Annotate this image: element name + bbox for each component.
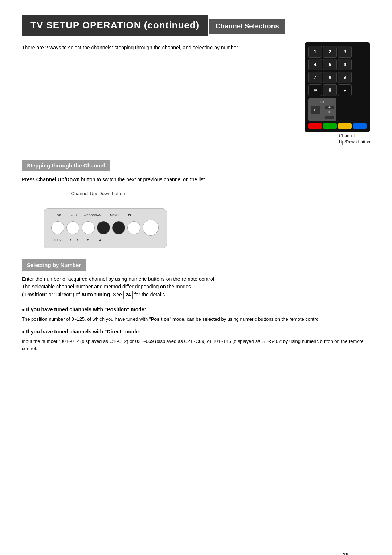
- channel-annotation: ChannelUp/Down button: [327, 133, 370, 145]
- channel-selections-header: Channel Selections: [209, 19, 285, 34]
- selecting-body-3: ("Position" or "Direct") of Auto-tuning.…: [22, 291, 370, 299]
- page-title: TV SETUP OPERATION (continued): [22, 15, 208, 36]
- menu-button[interactable]: [127, 221, 140, 234]
- power-button[interactable]: [143, 220, 159, 236]
- intro-text: There are 2 ways to select the channels:…: [22, 44, 290, 52]
- remote-numpad: 1 2 3 4 5 6 7 8 9 ⏎ 0 ●: [305, 42, 370, 132]
- selecting-body-2: The selectable channel number and method…: [22, 283, 370, 291]
- direct-mode-title: ● If you have tuned channels with "Direc…: [22, 328, 370, 336]
- vol-minus-button[interactable]: [66, 221, 79, 234]
- selecting-by-number-header: Selecting by Number: [22, 259, 86, 271]
- position-mode-text: The position number of 0~125, of which y…: [22, 316, 370, 323]
- stepping-header: Stepping through the Channel: [22, 160, 110, 172]
- position-mode-title: ● If you have tuned channels with "Posit…: [22, 306, 370, 313]
- selecting-body-1: Enter the number of acquired channel by …: [22, 275, 370, 283]
- direct-mode-text: Input the number "001~012 (displayed as …: [22, 338, 370, 352]
- channel-updown-diagram: Channel Up/ Down button | OK – + – PROGR…: [44, 190, 370, 248]
- ok-button[interactable]: [51, 221, 64, 234]
- vol-plus-button[interactable]: [82, 221, 95, 234]
- stepping-body: Press Channel Up/Down button to switch t…: [22, 176, 370, 183]
- page-number: 26: [343, 551, 348, 555]
- prog-minus-button[interactable]: [97, 221, 110, 234]
- prog-plus-button[interactable]: [112, 221, 125, 234]
